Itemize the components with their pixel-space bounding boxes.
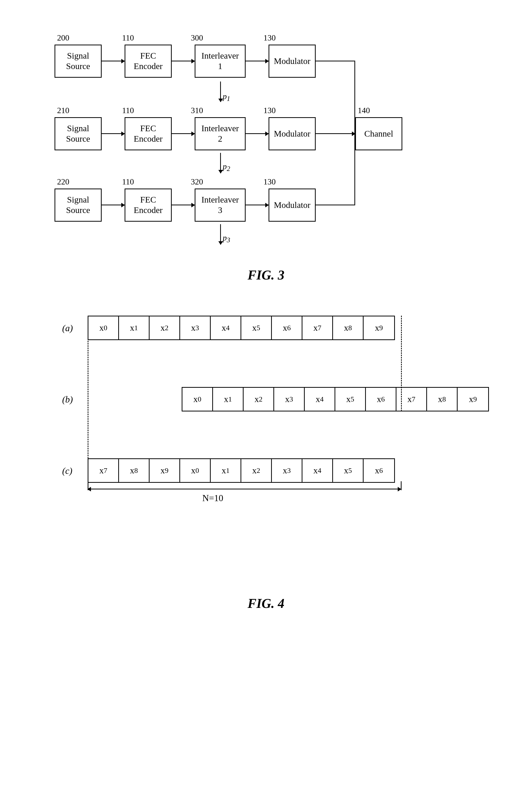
fec-encoder-2: FECEncoder bbox=[125, 117, 172, 150]
arrow-src2-enc2 bbox=[102, 133, 125, 134]
fig4-container: (a) x0 x1 x2 x3 x4 x5 x6 x7 x8 x9 (b) x0… bbox=[37, 313, 495, 611]
line-mod1-right bbox=[316, 61, 355, 61]
label-130-r1: 130 bbox=[263, 33, 276, 42]
cell-a5: x5 bbox=[241, 317, 272, 339]
cell-b3: x3 bbox=[274, 388, 305, 411]
row-b: x0 x1 x2 x3 x4 x5 x6 x7 x8 x9 bbox=[182, 387, 489, 412]
signal-source-2: SignalSource bbox=[55, 117, 102, 150]
cell-b0: x0 bbox=[183, 388, 213, 411]
arrow-int2-mod2 bbox=[246, 133, 269, 134]
channel: Channel bbox=[355, 117, 402, 150]
n-dimension-arrow bbox=[88, 489, 401, 490]
line-v-mod1-channel bbox=[355, 61, 355, 134]
dashed-right bbox=[401, 316, 402, 411]
fec-encoder-1: FECEncoder bbox=[125, 44, 172, 78]
label-210: 210 bbox=[57, 106, 69, 115]
cell-b1: x1 bbox=[213, 388, 244, 411]
fec-encoder-3: FECEncoder bbox=[125, 189, 172, 222]
row-a-label: (a) bbox=[62, 323, 73, 333]
cell-a0: x0 bbox=[89, 317, 119, 339]
page: 200 SignalSource 110 FECEncoder 300 Inte… bbox=[0, 0, 532, 801]
arrow-src1-enc1 bbox=[102, 61, 125, 61]
line-mod3-right bbox=[316, 205, 355, 205]
cell-c4: x1 bbox=[211, 459, 241, 482]
signal-source-1: SignalSource bbox=[55, 44, 102, 78]
row-c: x7 x8 x9 x0 x1 x2 x3 x4 x5 x6 bbox=[88, 458, 395, 483]
p3-label: p3 bbox=[223, 233, 230, 244]
line-v-mod3-channel bbox=[355, 133, 355, 205]
fig3-diagram: 200 SignalSource 110 FECEncoder 300 Inte… bbox=[50, 31, 482, 260]
cell-a6: x6 bbox=[272, 317, 302, 339]
cell-b9: x9 bbox=[458, 388, 488, 411]
cell-c9: x6 bbox=[364, 459, 394, 482]
cell-c6: x3 bbox=[272, 459, 302, 482]
label-310: 310 bbox=[191, 106, 203, 115]
cell-c5: x2 bbox=[241, 459, 272, 482]
label-320: 320 bbox=[191, 177, 203, 187]
cell-c3: x0 bbox=[180, 459, 211, 482]
cell-a3: x3 bbox=[180, 317, 211, 339]
p2-label: p2 bbox=[223, 162, 230, 173]
label-130-r2: 130 bbox=[263, 106, 276, 115]
cell-a8: x8 bbox=[333, 317, 364, 339]
cell-b4: x4 bbox=[305, 388, 335, 411]
n-label: N=10 bbox=[202, 493, 223, 503]
cell-b2: x2 bbox=[244, 388, 274, 411]
modulator-1: Modulator bbox=[269, 44, 316, 78]
row-a: x0 x1 x2 x3 x4 x5 x6 x7 x8 x9 bbox=[88, 316, 395, 340]
modulator-2: Modulator bbox=[269, 117, 316, 150]
interleaver-3: Interleaver3 bbox=[195, 189, 246, 222]
arrow-int1-mod1 bbox=[246, 61, 269, 61]
label-110-r1: 110 bbox=[122, 33, 134, 42]
label-300: 300 bbox=[191, 33, 203, 42]
cell-a7: x7 bbox=[302, 317, 333, 339]
cell-a4: x4 bbox=[211, 317, 241, 339]
fig4-diagram: (a) x0 x1 x2 x3 x4 x5 x6 x7 x8 x9 (b) x0… bbox=[62, 313, 470, 580]
fig3-container: 200 SignalSource 110 FECEncoder 300 Inte… bbox=[37, 31, 495, 283]
arrow-p2-int2 bbox=[220, 153, 221, 173]
row-b-label: (b) bbox=[62, 394, 73, 405]
fig4-caption: FIG. 4 bbox=[37, 596, 495, 611]
label-140: 140 bbox=[358, 106, 370, 115]
row-c-label: (c) bbox=[62, 465, 72, 476]
p1-label: p1 bbox=[223, 92, 230, 103]
cell-a9: x9 bbox=[364, 317, 394, 339]
arrow-enc3-int3 bbox=[172, 205, 195, 205]
signal-source-3: SignalSource bbox=[55, 189, 102, 222]
arrow-p3-int3 bbox=[220, 224, 221, 245]
arrow-p1-int1 bbox=[220, 81, 221, 102]
label-110-r3: 110 bbox=[122, 177, 134, 187]
cell-c7: x4 bbox=[302, 459, 333, 482]
modulator-3: Modulator bbox=[269, 189, 316, 222]
cell-a1: x1 bbox=[119, 317, 150, 339]
cell-b8: x8 bbox=[427, 388, 458, 411]
bracket-right bbox=[401, 481, 402, 490]
bracket-left bbox=[88, 481, 89, 490]
arrow-enc2-int2 bbox=[172, 133, 195, 134]
arrow-src3-enc3 bbox=[102, 205, 125, 205]
arrow-int3-mod3 bbox=[246, 205, 269, 205]
cell-a2: x2 bbox=[150, 317, 180, 339]
arrow-enc1-int1 bbox=[172, 61, 195, 61]
label-130-r3: 130 bbox=[263, 177, 276, 187]
arrow-mod2-channel bbox=[316, 133, 355, 134]
interleaver-1: Interleaver1 bbox=[195, 44, 246, 78]
dashed-left bbox=[88, 316, 89, 481]
label-200: 200 bbox=[57, 33, 69, 42]
cell-b6: x6 bbox=[366, 388, 396, 411]
cell-c8: x5 bbox=[333, 459, 364, 482]
cell-c2: x9 bbox=[150, 459, 180, 482]
label-220: 220 bbox=[57, 177, 69, 187]
interleaver-2: Interleaver2 bbox=[195, 117, 246, 150]
fig3-caption: FIG. 3 bbox=[37, 268, 495, 283]
cell-b5: x5 bbox=[335, 388, 366, 411]
cell-c0: x7 bbox=[89, 459, 119, 482]
cell-c1: x8 bbox=[119, 459, 150, 482]
label-110-r2: 110 bbox=[122, 106, 134, 115]
